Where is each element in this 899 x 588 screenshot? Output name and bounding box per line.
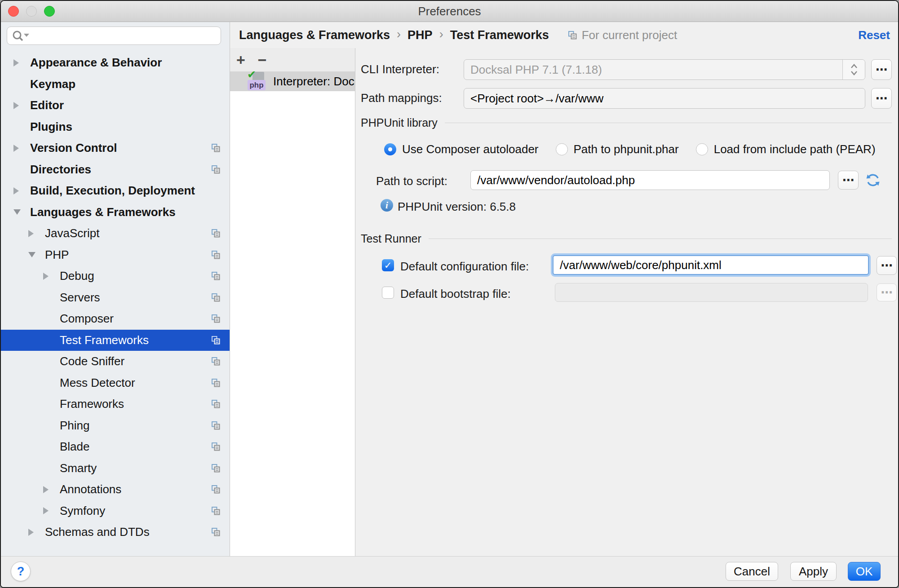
radio-load-from-include-path-pear[interactable]: Load from include path (PEAR): [696, 142, 876, 156]
scope-icon-slot: [568, 31, 577, 40]
sidebar-item-blade[interactable]: Blade: [1, 436, 230, 458]
ok-button[interactable]: OK: [848, 562, 881, 581]
sidebar-item-label: Build, Execution, Deployment: [30, 184, 195, 198]
default-configuration-browse-button[interactable]: ⋯: [877, 256, 897, 275]
radio-button-icon[interactable]: [696, 143, 708, 155]
radio-button-icon[interactable]: [556, 143, 568, 155]
sidebar-item-javascript[interactable]: JavaScript: [1, 223, 230, 244]
zoom-icon[interactable]: [44, 6, 55, 17]
cli-interpreter-browse-button[interactable]: ⋯: [871, 59, 892, 80]
collapsed-arrow-icon[interactable]: [13, 102, 30, 109]
expanded-arrow-icon[interactable]: [13, 209, 30, 215]
test-runner-section: Test Runner: [361, 232, 892, 245]
breadcrumb-test-frameworks[interactable]: Test Frameworks: [450, 28, 549, 42]
sidebar-item-version-control[interactable]: Version Control: [1, 137, 230, 159]
sidebar-item-debug[interactable]: Debug: [1, 265, 230, 287]
per-project-icon: [211, 527, 221, 537]
cancel-button[interactable]: Cancel: [726, 562, 778, 581]
sidebar-item-symfony[interactable]: Symfony: [1, 500, 230, 522]
collapsed-arrow-icon[interactable]: [28, 529, 45, 536]
php-badge: php: [248, 80, 266, 90]
default-configuration-checkbox[interactable]: [382, 259, 394, 271]
preferences-window: Preferences Appearance & BehaviorKeymapE…: [0, 0, 899, 588]
default-configuration-input[interactable]: /var/www/web/core/phpunit.xml: [553, 255, 869, 275]
path-to-script-browse-button[interactable]: ⋯: [838, 171, 859, 190]
collapsed-arrow-icon[interactable]: [43, 486, 60, 493]
sidebar-item-code-sniffer[interactable]: Code Sniffer: [1, 351, 230, 372]
sidebar-item-php[interactable]: PHP: [1, 244, 230, 266]
sidebar-item-languages-frameworks[interactable]: Languages & Frameworks: [1, 202, 230, 223]
collapsed-arrow-icon[interactable]: [13, 145, 30, 152]
scope-label: For current project: [582, 28, 677, 42]
phpunit-library-section: PHPUnit library: [361, 116, 892, 129]
sidebar-item-label: Directories: [30, 163, 91, 177]
radio-label: Path to phpunit.phar: [574, 142, 679, 156]
default-bootstrap-checkbox[interactable]: [382, 287, 394, 299]
collapsed-arrow-icon[interactable]: [28, 230, 45, 237]
path-to-script-input[interactable]: /var/www/vendor/autoload.php: [470, 170, 830, 190]
remove-interpreter-button[interactable]: −: [258, 52, 267, 67]
sidebar-item-composer[interactable]: Composer: [1, 308, 230, 330]
radio-button-icon[interactable]: [384, 143, 396, 155]
collapsed-arrow-icon[interactable]: [43, 507, 60, 514]
interpreter-list-item[interactable]: ✔ php Interpreter: Docksal: [230, 71, 355, 91]
sidebar: Appearance & BehaviorKeymapEditorPlugins…: [1, 22, 230, 556]
section-rule: [429, 239, 892, 239]
default-bootstrap-browse-button: ⋯: [877, 283, 897, 301]
sidebar-item-appearance-behavior[interactable]: Appearance & Behavior: [1, 52, 230, 74]
sidebar-item-schemas-and-dtds[interactable]: Schemas and DTDs: [1, 522, 230, 543]
breadcrumb-php[interactable]: PHP: [407, 28, 433, 42]
breadcrumb-separator: ›: [397, 27, 401, 43]
sidebar-item-label: Phing: [60, 419, 90, 433]
sidebar-item-editor[interactable]: Editor: [1, 95, 230, 116]
cli-interpreter-select[interactable]: Docksal PHP 7.1 (7.1.18): [464, 59, 865, 80]
apply-button[interactable]: Apply: [790, 562, 837, 581]
reset-link[interactable]: Reset: [858, 28, 890, 42]
stepper-icon[interactable]: [842, 60, 865, 80]
sidebar-item-label: Blade: [60, 440, 90, 454]
path-mappings-field[interactable]: <Project root>→/var/www: [464, 88, 865, 109]
sidebar-item-label: Frameworks: [60, 397, 124, 411]
per-project-icon: [211, 506, 221, 516]
collapsed-arrow-icon[interactable]: [43, 273, 60, 280]
settings-content: CLI Interpreter: Docksal PHP 7.1 (7.1.18…: [355, 48, 898, 556]
cli-interpreter-label: CLI Interpreter:: [361, 62, 439, 76]
sidebar-item-keymap[interactable]: Keymap: [1, 74, 230, 95]
sidebar-item-label: Editor: [30, 98, 64, 112]
collapsed-arrow-icon[interactable]: [13, 187, 30, 195]
sidebar-item-label: Plugins: [30, 120, 72, 134]
expanded-arrow-icon[interactable]: [28, 252, 45, 257]
per-project-icon: [211, 336, 221, 345]
sidebar-item-smarty[interactable]: Smarty: [1, 458, 230, 479]
sidebar-item-frameworks[interactable]: Frameworks: [1, 393, 230, 415]
sidebar-item-annotations[interactable]: Annotations: [1, 479, 230, 500]
breadcrumb-languages-frameworks[interactable]: Languages & Frameworks: [239, 28, 390, 42]
radio-use-composer-autoloader[interactable]: Use Composer autoloader: [384, 142, 539, 156]
help-button[interactable]: ?: [11, 561, 31, 581]
sidebar-item-plugins[interactable]: Plugins: [1, 116, 230, 138]
sidebar-item-directories[interactable]: Directories: [1, 159, 230, 181]
sidebar-item-mess-detector[interactable]: Mess Detector: [1, 372, 230, 394]
collapsed-arrow-icon[interactable]: [13, 59, 30, 66]
path-mappings-browse-button[interactable]: ⋯: [871, 88, 892, 109]
refresh-icon[interactable]: [865, 172, 881, 188]
minimize-icon[interactable]: [26, 6, 37, 17]
per-project-icon: [211, 464, 221, 473]
sidebar-item-build-execution-deployment[interactable]: Build, Execution, Deployment: [1, 180, 230, 202]
sidebar-item-label: Smarty: [60, 461, 97, 475]
default-bootstrap-label: Default bootstrap file:: [400, 287, 511, 301]
sidebar-item-servers[interactable]: Servers: [1, 287, 230, 309]
add-interpreter-button[interactable]: +: [236, 52, 245, 67]
sidebar-item-test-frameworks[interactable]: Test Frameworks: [1, 330, 230, 351]
sidebar-item-label: Composer: [60, 312, 114, 326]
per-project-icon: [211, 442, 221, 451]
search-input[interactable]: [7, 27, 221, 45]
sidebar-item-label: Code Sniffer: [60, 354, 124, 368]
sidebar-item-label: Keymap: [30, 77, 75, 91]
sidebar-item-phing[interactable]: Phing: [1, 415, 230, 437]
per-project-icon: [211, 293, 221, 302]
radio-path-to-phpunit-phar[interactable]: Path to phpunit.phar: [556, 142, 679, 156]
close-icon[interactable]: [8, 6, 19, 17]
per-project-icon: [568, 31, 577, 40]
test-runner-title: Test Runner: [361, 232, 421, 245]
